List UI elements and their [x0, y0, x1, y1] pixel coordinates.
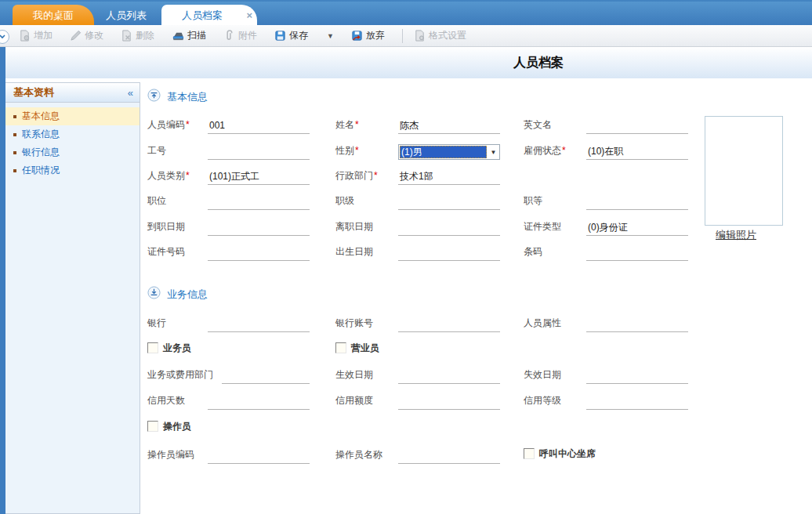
- field-label: 信用等级: [524, 394, 586, 410]
- bank-account-field[interactable]: [398, 317, 500, 332]
- discard-button[interactable]: 放弃: [351, 29, 385, 42]
- job-grade-field[interactable]: [586, 194, 688, 210]
- scanner-icon: [172, 30, 184, 42]
- form-row: 操作员: [147, 420, 690, 433]
- save-dropdown-arrow-icon[interactable]: ▼: [327, 32, 334, 40]
- sidebar-item-bank-info[interactable]: 银行信息: [5, 143, 140, 161]
- salesman-checkbox[interactable]: [147, 342, 158, 353]
- sidebar-header: 基本资料 «: [5, 83, 140, 103]
- admin-dept-field[interactable]: 技术1部: [398, 169, 500, 185]
- sidebar-item-employment[interactable]: 任职情况: [5, 161, 140, 179]
- paperclip-icon: [223, 30, 235, 42]
- expiry-date-field[interactable]: [586, 368, 688, 384]
- left-edge-strip: [0, 47, 5, 514]
- section-basic-header: 基本信息: [147, 89, 208, 105]
- required-mark: *: [186, 170, 190, 181]
- field-label: 职等: [524, 194, 586, 210]
- expand-section-icon[interactable]: [147, 286, 161, 302]
- operator-code-field[interactable]: [208, 448, 310, 464]
- operator-name-field[interactable]: [398, 448, 500, 464]
- person-type-field[interactable]: (101)正式工: [208, 169, 310, 185]
- field-label: 行政部门*: [335, 169, 398, 185]
- button-label: 修改: [85, 29, 103, 42]
- section-title: 基本信息: [167, 90, 208, 104]
- button-label: 保存: [289, 29, 308, 42]
- add-icon: [19, 30, 31, 42]
- barcode-field[interactable]: [586, 245, 688, 261]
- bank-field[interactable]: [208, 317, 310, 332]
- edit-photo-link[interactable]: 编辑照片: [716, 228, 756, 242]
- checkbox-label: 业务员: [163, 342, 191, 355]
- person-code-field[interactable]: 001: [208, 118, 310, 134]
- sidebar: 基本资料 « 基本信息 联系信息 银行信息 任职情况: [5, 82, 140, 514]
- birth-date-field[interactable]: [398, 245, 500, 261]
- job-level-field[interactable]: [398, 194, 500, 210]
- person-attribute-field[interactable]: [586, 317, 688, 332]
- operator-checkbox[interactable]: [147, 421, 158, 432]
- collapse-section-icon[interactable]: [147, 89, 161, 105]
- field-label: 到职日期: [147, 220, 208, 236]
- collapse-sidebar-icon[interactable]: «: [128, 87, 133, 99]
- sidebar-item-contact-info[interactable]: 联系信息: [5, 125, 140, 143]
- field-label: 失效日期: [524, 368, 586, 384]
- name-field[interactable]: 陈杰: [398, 118, 500, 134]
- edit-button[interactable]: 修改: [70, 29, 103, 42]
- tab-person-file[interactable]: 人员档案 ×: [161, 5, 257, 27]
- call-center-seat-checkbox[interactable]: [524, 448, 535, 459]
- credit-limit-field[interactable]: [398, 394, 500, 410]
- english-name-field[interactable]: [586, 118, 688, 134]
- close-icon[interactable]: ×: [246, 5, 252, 27]
- form-row: 业务员 营业员: [147, 342, 690, 354]
- scan-button[interactable]: 扫描: [172, 29, 206, 42]
- checkbox-label: 呼叫中心坐席: [539, 447, 596, 461]
- form-row: 工号 性别* (1)男 ▼ 雇佣状态* (10)在职: [147, 139, 690, 160]
- format-settings-button[interactable]: 格式设置: [414, 29, 466, 42]
- business-dept-field[interactable]: [222, 368, 310, 384]
- toolbar-separator: [402, 29, 403, 43]
- field-label: 操作员编码: [147, 448, 208, 464]
- bullet-icon: [13, 115, 16, 118]
- checkbox-label: 营业员: [351, 342, 379, 355]
- position-field[interactable]: [208, 194, 310, 210]
- effective-date-field[interactable]: [398, 368, 500, 384]
- form-row: 到职日期 离职日期 证件类型 (0)身份证: [147, 215, 690, 236]
- field-label: 出生日期: [335, 245, 398, 261]
- id-number-field[interactable]: [208, 245, 310, 261]
- button-label: 增加: [34, 29, 53, 42]
- delete-button[interactable]: 删除: [121, 29, 154, 42]
- section-title: 业务信息: [167, 288, 208, 302]
- id-type-field[interactable]: (0)身份证: [586, 220, 688, 236]
- field-label: 英文名: [524, 118, 586, 134]
- tab-label: 人员档案: [182, 9, 223, 21]
- credit-rating-field[interactable]: [586, 394, 688, 410]
- save-button[interactable]: 保存: [274, 29, 308, 42]
- form-row: 职位 职级 职等: [147, 190, 690, 210]
- shop-assistant-checkbox[interactable]: [335, 342, 346, 353]
- form-row: 人员编码* 001 姓名* 陈杰 英文名: [147, 114, 690, 134]
- tab-label: 人员列表: [106, 9, 147, 21]
- tab-my-desktop[interactable]: 我的桌面: [13, 5, 94, 27]
- form-row: 证件号码 出生日期 条码: [147, 241, 690, 261]
- hire-date-field[interactable]: [208, 220, 310, 236]
- field-label: 性别*: [335, 144, 398, 160]
- required-mark: *: [355, 119, 359, 130]
- gender-select[interactable]: (1)男 ▼: [398, 144, 500, 160]
- button-label: 格式设置: [429, 29, 466, 42]
- tab-person-list[interactable]: 人员列表: [92, 5, 160, 27]
- work-no-field[interactable]: [208, 144, 310, 160]
- add-button[interactable]: 增加: [19, 29, 53, 42]
- dropdown-arrow-icon[interactable]: ▼: [488, 145, 499, 159]
- employment-status-field[interactable]: (10)在职: [586, 144, 688, 160]
- field-label: [524, 183, 586, 185]
- tab-bar: 我的桌面 人员列表 人员档案 ×: [0, 0, 812, 27]
- chevron-down-icon[interactable]: [0, 30, 9, 44]
- credit-days-field[interactable]: [208, 394, 310, 410]
- button-label: 删除: [136, 29, 154, 42]
- sidebar-item-basic-info[interactable]: 基本信息: [5, 107, 140, 125]
- field-label: 职位: [147, 194, 208, 210]
- attachment-button[interactable]: 附件: [223, 29, 257, 42]
- leave-date-field[interactable]: [398, 220, 500, 236]
- form-row: 业务或费用部门 生效日期 失效日期: [147, 364, 690, 384]
- discard-icon: [351, 30, 363, 42]
- field-label: 操作员名称: [335, 448, 398, 464]
